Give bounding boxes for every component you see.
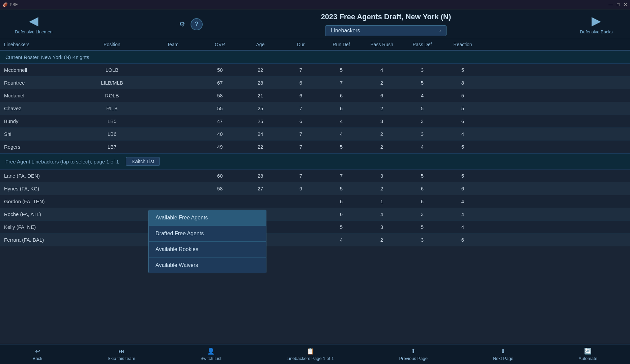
table-row[interactable]: Hynes (FA, KC) 58 27 9 5 2 6 6: [0, 182, 630, 195]
player-passrush: 2: [362, 237, 402, 243]
column-headers: Linebackers Position Team OVR Age Dur Ru…: [0, 39, 630, 51]
player-name: Rountree: [4, 80, 78, 86]
player-position: LOLB: [78, 67, 146, 73]
dropdown-item[interactable]: Available Rookies: [149, 242, 266, 257]
roster-rows: Mcdonnell LOLB 50 22 7 5 4 3 5 Rountree …: [0, 64, 630, 153]
player-passrush: 3: [362, 173, 402, 179]
player-rundef: 6: [321, 93, 362, 98]
player-rundef: 5: [321, 67, 362, 73]
player-age: 27: [240, 186, 281, 191]
player-position: LB7: [78, 144, 146, 150]
player-name: Roche (FA, ATL): [4, 211, 78, 217]
back-icon: ↩: [35, 347, 40, 355]
gear-icon[interactable]: ⚙: [179, 20, 185, 28]
player-reaction: 4: [442, 199, 483, 204]
player-rundef: 4: [321, 237, 362, 243]
player-rundef: 5: [321, 224, 362, 230]
dropdown-item[interactable]: Available Waivers: [149, 257, 266, 273]
col-header-linebackers: Linebackers: [4, 42, 78, 47]
nav-next-position[interactable]: ▶ Defensive Backs: [569, 14, 623, 34]
automate-button[interactable]: 🔄 Automate: [579, 347, 598, 361]
linebackers-page-button[interactable]: 📋 Linebackers Page 1 of 1: [287, 347, 334, 361]
player-passdef: 5: [402, 173, 442, 179]
player-passrush: 2: [362, 80, 402, 86]
player-reaction: 4: [442, 131, 483, 137]
nav-prev-position[interactable]: ◀ Defensive Linemen: [7, 14, 61, 34]
player-reaction: 6: [442, 237, 483, 243]
table-container: Current Roster, New York (N) Knights Mcd…: [0, 51, 630, 246]
table-row[interactable]: Gordon (FA, TEN) 6 1 6 4: [0, 195, 630, 208]
dropdown-item[interactable]: Available Free Agents: [149, 210, 266, 226]
player-name: Chavez: [4, 105, 78, 111]
player-position: RILB: [78, 105, 146, 111]
player-name: Rogers: [4, 144, 78, 150]
player-age: 28: [240, 173, 281, 179]
title-bar: 🏈 PSF — □ ✕: [0, 0, 630, 9]
table-row[interactable]: Chavez RILB 55 25 7 6 2 5 5: [0, 102, 630, 115]
help-icon: ?: [195, 21, 198, 28]
player-age: 22: [240, 144, 281, 150]
back-button[interactable]: ↩ Back: [33, 347, 42, 361]
table-row[interactable]: Shi LB6 40 24 7 4 2 3 4: [0, 128, 630, 141]
bottom-bar: ↩ Back ⏭ Skip this team 👤 Switch List 📋 …: [0, 344, 630, 364]
free-agent-rows: Lane (FA, DEN) 60 28 7 7 3 5 5 Hynes (FA…: [0, 170, 630, 246]
dropdown-item[interactable]: Drafted Free Agents: [149, 226, 266, 242]
player-ovr: 40: [200, 131, 240, 137]
position-selector-value: Linebackers: [331, 28, 360, 34]
player-reaction: 5: [442, 67, 483, 73]
player-dur: 7: [281, 105, 321, 111]
help-button[interactable]: ?: [191, 18, 203, 30]
next-page-button[interactable]: ⬇ Next Page: [493, 347, 513, 361]
nav-bar: ◀ Defensive Linemen ⚙ ? 2023 Free Agents…: [0, 9, 630, 39]
player-passdef: 6: [402, 199, 442, 204]
roster-section-header: Current Roster, New York (N) Knights: [0, 51, 630, 64]
player-dur: 7: [281, 173, 321, 179]
player-passdef: 3: [402, 211, 442, 217]
player-passrush: 2: [362, 105, 402, 111]
dropdown-items: Available Free AgentsDrafted Free Agents…: [149, 210, 266, 273]
player-rundef: 6: [321, 105, 362, 111]
player-dur: 6: [281, 80, 321, 86]
player-passrush: 3: [362, 118, 402, 124]
table-row[interactable]: Mcdonnell LOLB 50 22 7 5 4 3 5: [0, 64, 630, 77]
automate-icon: 🔄: [584, 347, 592, 355]
player-passrush: 6: [362, 93, 402, 98]
player-name: Shi: [4, 131, 78, 137]
table-row[interactable]: Roche (FA, ATL) 6 4 3 4: [0, 208, 630, 221]
maximize-btn[interactable]: □: [617, 2, 620, 7]
player-ovr: 55: [200, 105, 240, 111]
skip-team-button[interactable]: ⏭ Skip this team: [108, 348, 135, 361]
minimize-btn[interactable]: —: [608, 2, 613, 7]
close-btn[interactable]: ✕: [624, 2, 627, 7]
player-passdef: 5: [402, 105, 442, 111]
table-row[interactable]: Ferrara (FA, BAL) 4 2 3 6: [0, 234, 630, 246]
table-row[interactable]: Bundy LB5 47 25 6 4 3 3 6: [0, 115, 630, 128]
table-row[interactable]: Kelly (FA, NE) 5 3 5 4: [0, 221, 630, 234]
player-reaction: 5: [442, 173, 483, 179]
col-header-reaction: Reaction: [442, 42, 483, 47]
player-dur: 6: [281, 93, 321, 98]
player-position: LB6: [78, 131, 146, 137]
player-ovr: 67: [200, 80, 240, 86]
title-bar-controls: — □ ✕: [608, 2, 627, 7]
prev-page-button[interactable]: ⬆ Previous Page: [399, 347, 428, 361]
player-passdef: 3: [402, 118, 442, 124]
switch-list-bottom-button[interactable]: 👤 Switch List: [200, 347, 221, 361]
player-reaction: 5: [442, 144, 483, 150]
player-passrush: 3: [362, 224, 402, 230]
skip-team-label: Skip this team: [108, 356, 135, 361]
position-selector[interactable]: Linebackers ›: [325, 25, 447, 36]
table-row[interactable]: Rogers LB7 49 22 7 5 2 4 5: [0, 141, 630, 153]
table-row[interactable]: Rountree LILB/MLB 67 28 6 7 2 5 8: [0, 77, 630, 89]
switch-list-button[interactable]: Switch List: [126, 157, 160, 166]
col-header-age: Age: [240, 42, 281, 47]
player-name: Mcdonnell: [4, 67, 78, 73]
col-header-ovr: OVR: [200, 42, 240, 47]
prev-page-label: Previous Page: [399, 356, 428, 361]
table-row[interactable]: Lane (FA, DEN) 60 28 7 7 3 5 5: [0, 170, 630, 182]
player-passrush: 2: [362, 186, 402, 191]
player-dur: 6: [281, 118, 321, 124]
player-passdef: 3: [402, 237, 442, 243]
player-rundef: 6: [321, 211, 362, 217]
table-row[interactable]: Mcdaniel ROLB 58 21 6 6 6 4 5: [0, 89, 630, 102]
